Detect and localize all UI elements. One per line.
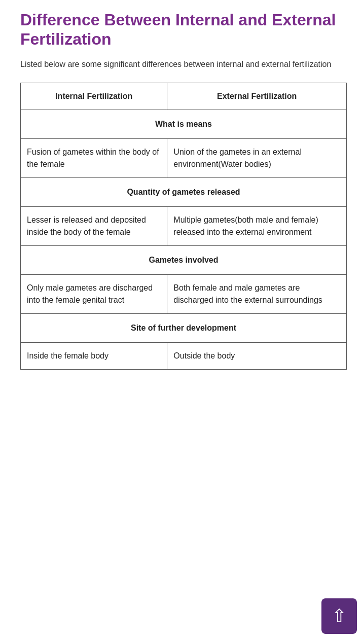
table-row: Inside the female bodyOutside the body [21,342,347,369]
header-col1: Internal Fertilization [21,83,167,110]
comparison-table: Internal Fertilization External Fertiliz… [20,83,347,370]
table-row: Fusion of gametes within the body of the… [21,138,347,177]
cell-internal: Fusion of gametes within the body of the… [21,138,167,177]
section-header-row: What is means [21,110,347,138]
cell-internal: Lesser is released and deposited inside … [21,206,167,245]
section-header-row: Quantity of gametes released [21,177,347,206]
table-row: Lesser is released and deposited inside … [21,206,347,245]
section-header-row: Gametes involved [21,245,347,274]
intro-text: Listed below are some significant differ… [20,58,347,70]
table-row: Only male gametes are discharged into th… [21,274,347,313]
section-title: Quantity of gametes released [21,177,347,206]
section-header-row: Site of further development [21,313,347,342]
header-col2: External Fertilization [167,83,347,110]
cell-external: Both female and male gametes are dischar… [167,274,347,313]
section-title: Site of further development [21,313,347,342]
cell-internal: Only male gametes are discharged into th… [21,274,167,313]
section-title: Gametes involved [21,245,347,274]
page-title: Difference Between Internal and External… [20,10,347,49]
section-title: What is means [21,110,347,138]
cell-external: Multiple gametes(both male and female) r… [167,206,347,245]
cell-external: Outside the body [167,342,347,369]
cell-external: Union of the gametes in an external envi… [167,138,347,177]
cell-internal: Inside the female body [21,342,167,369]
